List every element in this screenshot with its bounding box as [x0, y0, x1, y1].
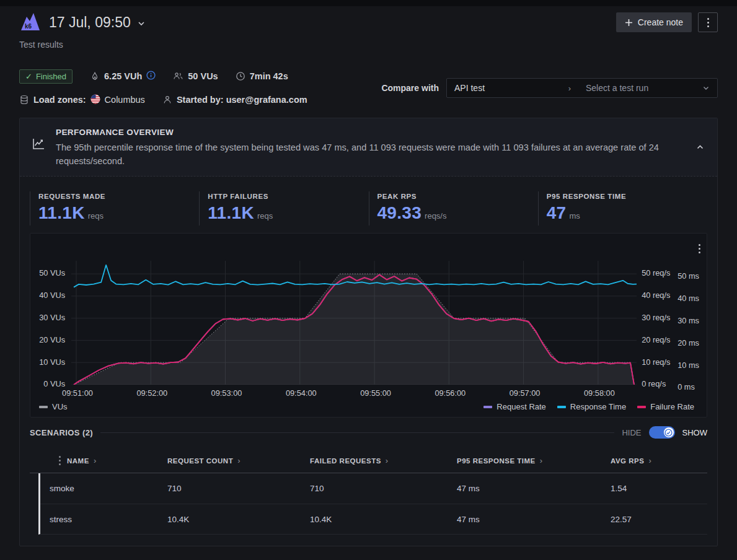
caret-down-icon: [702, 84, 710, 92]
legend-item-failure-rate[interactable]: Failure Rate: [637, 402, 694, 411]
y-axis-left: 0 VUs10 VUs20 VUs30 VUs40 VUs50 VUs: [30, 261, 71, 385]
database-icon: [19, 95, 29, 105]
vus-count: 50 VUs: [173, 71, 218, 81]
duration: 7min 42s: [236, 71, 288, 81]
table-cell: 710: [167, 484, 310, 493]
us-flag-icon: [90, 94, 100, 106]
stat-unit: reqs/s: [425, 211, 446, 221]
y-tick-ms: 10 ms: [677, 361, 699, 370]
sort-chevron-icon: ›: [386, 457, 389, 465]
toggle-knob: [664, 427, 674, 437]
show-scenarios-toggle[interactable]: [649, 426, 675, 439]
window-top-edge: [0, 0, 737, 6]
column-header-failed-requests[interactable]: FAILED REQUESTS›: [310, 457, 457, 465]
stat-p95-response-time: P95 RESPONSE TIME47ms: [538, 191, 707, 225]
kebab-icon: [707, 18, 709, 27]
sort-chevron-icon: ›: [540, 457, 543, 465]
x-tick: 09:51:00: [58, 388, 97, 398]
stat-label: HTTP FAILURES: [208, 193, 368, 200]
legend-right-group: Request RateResponse TimeFailure Rate: [483, 402, 694, 411]
stat-value: 11.1K: [208, 203, 254, 223]
legend-swatch: [637, 406, 646, 408]
stat-unit: ms: [570, 211, 580, 221]
collapse-section-button[interactable]: [695, 142, 705, 154]
page-subtitle: Test results: [19, 40, 718, 50]
column-header-p95-response-time[interactable]: P95 RESPONSE TIME›: [457, 457, 611, 465]
test-run-title-dropdown[interactable]: 17 Jul, 09:50: [49, 14, 146, 31]
stat-unit: reqs: [257, 211, 273, 221]
stat-label: REQUESTS MADE: [38, 193, 199, 200]
y-tick-reqs: 30 req/s: [642, 313, 670, 322]
column-header-request-count[interactable]: REQUEST COUNT›: [167, 457, 310, 465]
table-cell: 1.54: [611, 484, 707, 493]
y-tick-vus: 10 VUs: [39, 357, 65, 367]
chart-body: 0 VUs10 VUs20 VUs30 VUs40 VUs50 VUs 0 re…: [30, 261, 707, 411]
y-axis-right: 0 req/s0 ms10 req/s10 ms20 req/s20 ms30 …: [637, 261, 707, 385]
y-tick-reqs: 10 req/s: [642, 357, 670, 367]
show-label[interactable]: SHOW: [682, 428, 707, 437]
plot-area: [71, 261, 637, 385]
overview-header: PERFORMANCE OVERVIEW The 95th percentile…: [20, 118, 717, 177]
legend-item-request-rate[interactable]: Request Rate: [483, 402, 546, 411]
stat-unit: reqs: [88, 211, 104, 221]
y-tick-vus: 30 VUs: [39, 313, 65, 322]
sort-chevron-icon: ›: [237, 457, 241, 465]
flame-icon: [90, 71, 100, 81]
users-icon: [173, 71, 183, 81]
sort-chevron-icon: ›: [648, 457, 651, 465]
x-tick: 09:56:00: [430, 388, 470, 398]
table-kebab-icon[interactable]: [52, 456, 67, 465]
circle-check-icon: [664, 429, 673, 437]
chart-line-icon: [31, 136, 46, 168]
stat-value: 11.1K: [38, 203, 85, 223]
legend-swatch: [557, 406, 566, 408]
page-header: k6 17 Jul, 09:50 Create note: [19, 11, 718, 33]
performance-overview-panel: PERFORMANCE OVERVIEW The 95th percentile…: [19, 118, 718, 546]
page-title: 17 Jul, 09:50: [49, 14, 131, 31]
y-tick-reqs: 50 req/s: [642, 268, 670, 278]
vuh-usage: 6.25 VUh: [90, 71, 156, 82]
x-tick: 09:54:00: [281, 388, 321, 398]
y-tick-ms: 40 ms: [677, 294, 699, 303]
create-note-button[interactable]: Create note: [616, 12, 692, 32]
table-header-row: NAME›REQUEST COUNT›FAILED REQUESTS›P95 R…: [30, 448, 707, 473]
y-tick-ms: 20 ms: [677, 338, 699, 348]
scenarios-header: SCENARIOS (2) HIDE SHOW: [30, 426, 707, 439]
plus-icon: [625, 19, 633, 27]
table-cell: 22.57: [611, 515, 707, 524]
legend-item-vus[interactable]: VUs: [39, 402, 68, 411]
table-body: smoke71071047 ms1.54stress10.4K10.4K47 m…: [38, 473, 707, 535]
started-by: Started by: user@grafana.com: [162, 95, 307, 105]
table-cell: 10.4K: [310, 515, 457, 524]
table-cell: 47 ms: [457, 515, 611, 524]
header-kebab-menu-button[interactable]: [698, 12, 718, 32]
kebab-icon: [699, 244, 700, 253]
table-row-stress[interactable]: stress10.4K10.4K47 ms22.57: [40, 504, 707, 534]
compare-select[interactable]: API test › Select a test run: [446, 78, 718, 98]
load-zone-value: Columbus: [105, 95, 145, 105]
column-header-avg-rps[interactable]: AVG RPS›: [611, 457, 707, 465]
test-meta: ✓Finished 6.25 VUh 50 VUs 7min 42s Load …: [19, 68, 718, 108]
column-header-name[interactable]: NAME›: [67, 457, 167, 465]
y-tick-ms: 50 ms: [677, 271, 699, 281]
sort-chevron-icon: ›: [94, 457, 97, 465]
compare-testrun-segment[interactable]: Select a test run: [578, 83, 717, 93]
legend-left-group: VUs: [39, 402, 68, 411]
y-tick-ms: 30 ms: [677, 316, 699, 325]
check-icon: ✓: [25, 72, 32, 81]
table-row-smoke[interactable]: smoke71071047 ms1.54: [40, 473, 707, 504]
stats-row: REQUESTS MADE11.1KreqsHTTP FAILURES11.1K…: [30, 191, 707, 225]
overview-title: PERFORMANCE OVERVIEW: [56, 128, 666, 137]
table-cell: 710: [310, 484, 457, 493]
chart-kebab-menu-button[interactable]: [699, 238, 700, 253]
compare-project-segment[interactable]: API test ›: [447, 83, 578, 93]
info-icon[interactable]: [146, 71, 156, 82]
stat-requests-made: REQUESTS MADE11.1Kreqs: [30, 191, 199, 225]
person-icon: [162, 95, 172, 105]
legend-item-response-time[interactable]: Response Time: [557, 402, 626, 411]
divider-line: [100, 432, 614, 433]
hide-label[interactable]: HIDE: [622, 428, 641, 437]
status-badge: ✓Finished: [19, 69, 73, 84]
x-tick: 09:57:00: [505, 388, 545, 398]
load-zones: Load zones: Columbus: [19, 94, 145, 106]
